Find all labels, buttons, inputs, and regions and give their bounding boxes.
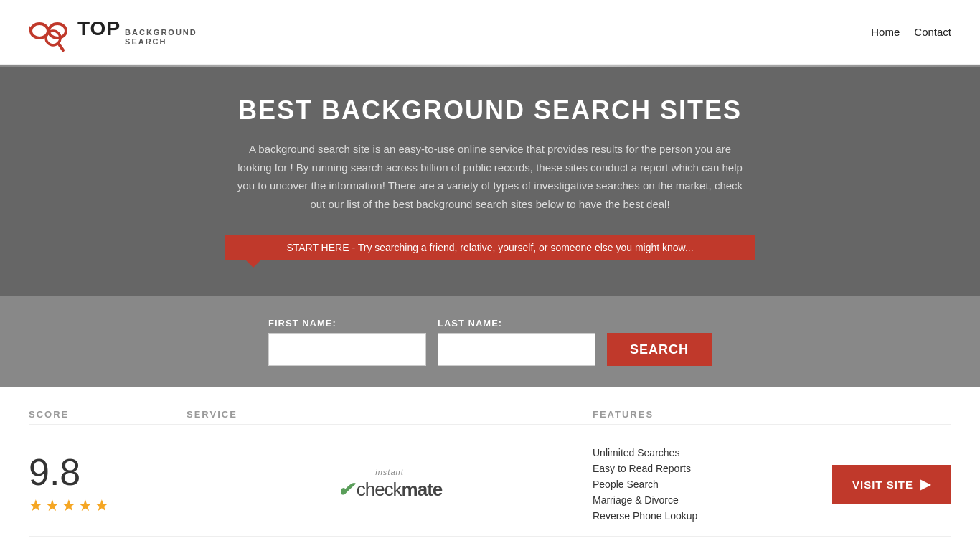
checkmate-logo: instant ✔ checkmate: [337, 468, 443, 501]
service-cell-1: instant ✔ checkmate: [187, 468, 593, 501]
logo-sub1: BACKGROUND: [125, 28, 197, 37]
site-header: TOP BACKGROUND SEARCH Home Contact: [0, 0, 980, 65]
hero-description: A background search site is an easy-to-u…: [232, 140, 748, 213]
first-name-group: FIRST NAME:: [268, 318, 426, 366]
first-name-input[interactable]: [268, 333, 426, 366]
visit-button-1[interactable]: VISIT SITE ▶: [832, 465, 951, 504]
svg-line-5: [58, 43, 63, 50]
check-text: checkmate: [357, 479, 443, 501]
header-score: SCORE: [29, 409, 187, 420]
star-3: ★: [62, 496, 76, 515]
logo-icon: [29, 11, 72, 54]
hero-title: BEST BACKGROUND SEARCH SITES: [14, 95, 966, 126]
table-row: 9.8 ★ ★ ★ ★ ★ instant ✔ checkmate Unlimi…: [29, 433, 951, 537]
first-name-label: FIRST NAME:: [268, 318, 426, 329]
logo: TOP BACKGROUND SEARCH: [29, 11, 197, 54]
search-banner: START HERE - Try searching a friend, rel…: [225, 235, 755, 260]
results-table: SCORE SERVICE FEATURES 9.8 ★ ★ ★ ★ ★ ins…: [0, 387, 980, 551]
banner-text: START HERE - Try searching a friend, rel…: [286, 242, 693, 253]
search-form-wrapper: FIRST NAME: LAST NAME: SEARCH: [0, 296, 980, 387]
search-button[interactable]: SEARCH: [607, 333, 712, 366]
features-cell-1: Unlimited Searches Easy to Read Reports …: [593, 447, 822, 522]
last-name-label: LAST NAME:: [438, 318, 595, 329]
feature-1-0: Unlimited Searches: [593, 447, 822, 458]
score-number-1: 9.8: [29, 453, 80, 491]
last-name-group: LAST NAME:: [438, 318, 595, 366]
visit-label-1: VISIT SITE: [852, 479, 913, 491]
instant-label: instant: [375, 468, 403, 476]
hero-section: BEST BACKGROUND SEARCH SITES A backgroun…: [0, 67, 980, 296]
star-1: ★: [29, 496, 43, 515]
search-form: FIRST NAME: LAST NAME: SEARCH: [210, 318, 770, 366]
main-nav: Home Contact: [871, 26, 951, 38]
nav-home[interactable]: Home: [871, 26, 900, 38]
nav-contact[interactable]: Contact: [914, 26, 951, 38]
checkmark-icon: ✔: [337, 478, 354, 501]
visit-arrow-1: ▶: [920, 476, 931, 492]
header-features: FEATURES: [593, 409, 822, 420]
feature-1-3: Marriage & Divorce: [593, 494, 822, 506]
stars-1: ★ ★ ★ ★ ★: [29, 496, 109, 515]
feature-1-2: People Search: [593, 479, 822, 490]
checkmate-name: ✔ checkmate: [337, 478, 443, 501]
feature-1-1: Easy to Read Reports: [593, 463, 822, 474]
star-4: ★: [78, 496, 93, 515]
header-service: SERVICE: [187, 409, 593, 420]
table-row: 9.4 ★ ★ ★ ★ ★ PeopleLooker Accurate and …: [29, 537, 951, 551]
logo-top-text: TOP: [77, 18, 121, 40]
star-5: ★: [95, 496, 109, 515]
star-2: ★: [45, 496, 60, 515]
logo-text: TOP BACKGROUND SEARCH: [77, 18, 197, 45]
header-action: [822, 409, 951, 420]
visit-cell-1: VISIT SITE ▶: [822, 465, 951, 504]
table-header: SCORE SERVICE FEATURES: [29, 402, 951, 425]
score-cell-1: 9.8 ★ ★ ★ ★ ★: [29, 453, 187, 515]
feature-1-4: Reverse Phone Lookup: [593, 510, 822, 522]
logo-sub2: SEARCH: [125, 37, 197, 46]
last-name-input[interactable]: [438, 333, 595, 366]
